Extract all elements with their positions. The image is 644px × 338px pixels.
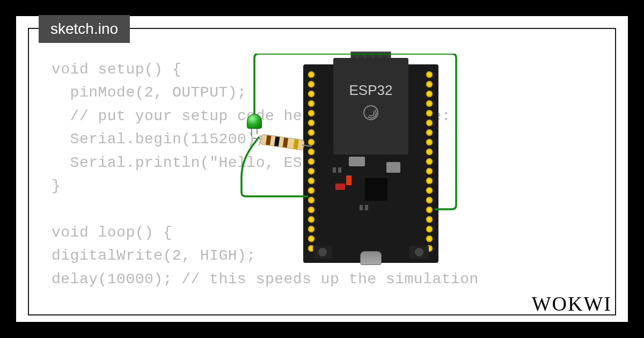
code-line: delay(10000); // this speeds up the simu… [52,271,479,288]
circuit-canvas[interactable]: ESP32 [209,54,499,258]
wokwi-logo: WOKWI [532,292,612,315]
code-line: } [52,178,61,194]
led-dome-icon [247,114,262,129]
led-cathode[interactable] [257,129,258,134]
led-component[interactable] [247,114,263,133]
resistor-band [274,136,280,146]
wire-pin2[interactable] [209,54,499,258]
resistor-band [283,137,288,148]
file-tab[interactable]: sketch.ino [39,15,130,43]
code-line: void loop() { [52,224,172,241]
resistor-band [294,139,299,149]
led-anode[interactable] [251,129,252,136]
code-line: void setup() { [52,61,181,78]
resistor-band [266,135,271,145]
